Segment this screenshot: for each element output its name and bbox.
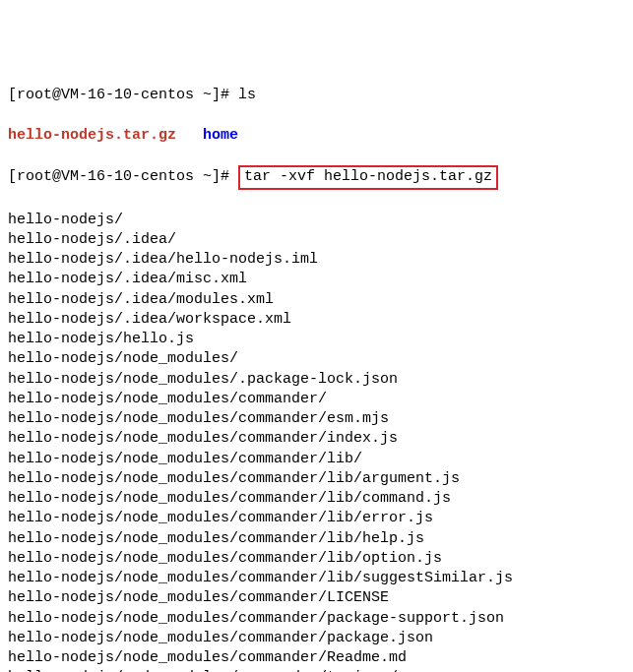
cmd-ls: ls [238,87,256,103]
tar-output-line: hello-nodejs/node_modules/commander/Read… [8,648,625,668]
prompt: [root@VM-16-10-centos ~]# [8,87,238,103]
tar-output-line: hello-nodejs/node_modules/commander/lib/… [8,549,625,569]
dir-home: home [203,127,238,144]
tar-output-line: hello-nodejs/node_modules/commander/lib/… [8,469,625,489]
tar-output-line: hello-nodejs/node_modules/commander/typi… [8,668,625,672]
tar-output: hello-nodejs/hello-nodejs/.idea/hello-no… [8,211,625,673]
prompt: [root@VM-16-10-centos ~]# [8,168,238,185]
tar-output-line: hello-nodejs/ [8,211,625,230]
tar-output-line: hello-nodejs/.idea/ [8,230,625,250]
tar-output-line: hello-nodejs/node_modules/commander/esm.… [8,409,625,429]
ls-output-1: hello-nodejs.tar.gz home [8,126,625,146]
tar-output-line: hello-nodejs/node_modules/commander/pack… [8,629,625,648]
tar-output-line: hello-nodejs/node_modules/commander/lib/ [8,450,625,469]
tar-output-line: hello-nodejs/node_modules/.package-lock.… [8,370,625,390]
tar-output-line: hello-nodejs/node_modules/commander/lib/… [8,509,625,528]
tar-output-line: hello-nodejs/node_modules/commander/LICE… [8,588,625,608]
file-tar-gz: hello-nodejs.tar.gz [8,127,176,144]
cmd-tar: tar -xvf hello-nodejs.tar.gz [244,168,492,185]
tar-output-line: hello-nodejs/.idea/modules.xml [8,290,625,310]
tar-output-line: hello-nodejs/.idea/workspace.xml [8,310,625,330]
tar-output-line: hello-nodejs/.idea/hello-nodejs.iml [8,250,625,270]
highlight-box: tar -xvf hello-nodejs.tar.gz [238,165,498,190]
tar-output-line: hello-nodejs/node_modules/commander/lib/… [8,489,625,509]
prompt-line-1[interactable]: [root@VM-16-10-centos ~]# ls [8,86,625,105]
prompt-line-2[interactable]: [root@VM-16-10-centos ~]# tar -xvf hello… [8,165,625,190]
tar-output-line: hello-nodejs/node_modules/commander/lib/… [8,569,625,588]
tar-output-line: hello-nodejs/.idea/misc.xml [8,270,625,289]
tar-output-line: hello-nodejs/hello.js [8,330,625,349]
tar-output-line: hello-nodejs/node_modules/commander/ [8,390,625,409]
tar-output-line: hello-nodejs/node_modules/commander/pack… [8,609,625,629]
tar-output-line: hello-nodejs/node_modules/commander/lib/… [8,529,625,549]
tar-output-line: hello-nodejs/node_modules/commander/inde… [8,429,625,449]
tar-output-line: hello-nodejs/node_modules/ [8,349,625,369]
